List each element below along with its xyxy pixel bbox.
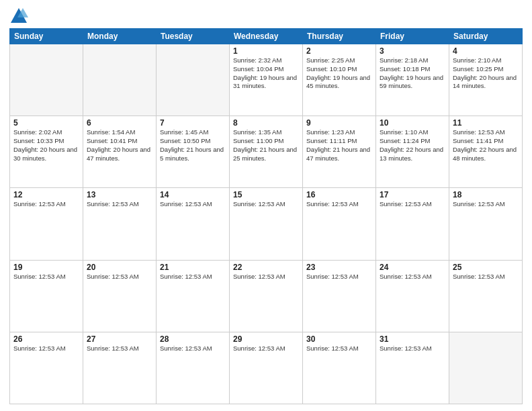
day-cell: 25Sunrise: 12:53 AM: [449, 260, 523, 332]
day-number: 15: [233, 190, 299, 199]
day-info: Sunrise: 12:53 AM: [13, 200, 79, 209]
day-number: 14: [160, 190, 226, 199]
day-cell: 20Sunrise: 12:53 AM: [83, 260, 157, 332]
day-cell: 23Sunrise: 12:53 AM: [303, 260, 376, 332]
day-number: 12: [13, 190, 79, 199]
day-cell: 24Sunrise: 12:53 AM: [376, 260, 449, 332]
calendar-header-row: SundayMondayTuesdayWednesdayThursdayFrid…: [10, 29, 523, 44]
day-number: 13: [87, 190, 152, 199]
day-cell: 13Sunrise: 12:53 AM: [83, 188, 157, 260]
day-cell: 8Sunrise: 1:35 AMSunset: 11:00 PMDayligh…: [230, 116, 303, 188]
day-info: Sunrise: 12:53 AM: [306, 345, 372, 353]
day-number: 2: [306, 46, 372, 56]
day-number: 10: [380, 118, 445, 128]
day-number: 17: [380, 190, 445, 199]
col-header-sunday: Sunday: [10, 29, 83, 44]
header: [9, 7, 523, 26]
day-info: Sunrise: 2:25 AMSunset: 10:10 PMDaylight…: [306, 56, 372, 91]
day-info: Sunrise: 12:53 AM: [87, 273, 152, 281]
week-row-2: 5Sunrise: 2:02 AMSunset: 10:33 PMDayligh…: [10, 116, 523, 188]
day-number: 21: [160, 263, 226, 272]
day-info: Sunrise: 12:53 AM: [160, 273, 226, 281]
day-info: Sunrise: 2:32 AMSunset: 10:04 PMDaylight…: [233, 56, 299, 91]
week-row-5: 26Sunrise: 12:53 AM27Sunrise: 12:53 AM28…: [10, 332, 523, 404]
day-cell: 21Sunrise: 12:53 AM: [157, 260, 230, 332]
day-info: Sunrise: 12:53 AMSunset: 11:41 PMDayligh…: [453, 128, 519, 163]
day-cell: 4Sunrise: 2:10 AMSunset: 10:25 PMDayligh…: [449, 44, 523, 116]
col-header-wednesday: Wednesday: [230, 29, 303, 44]
day-cell: 15Sunrise: 12:53 AM: [230, 188, 303, 260]
day-cell: 10Sunrise: 1:10 AMSunset: 11:24 PMDaylig…: [376, 116, 449, 188]
col-header-friday: Friday: [376, 29, 449, 44]
day-number: 8: [233, 118, 299, 128]
day-info: Sunrise: 12:53 AM: [380, 273, 445, 281]
day-cell: 2Sunrise: 2:25 AMSunset: 10:10 PMDayligh…: [303, 44, 376, 116]
day-info: Sunrise: 1:10 AMSunset: 11:24 PMDaylight…: [380, 128, 445, 163]
day-info: Sunrise: 12:53 AM: [233, 200, 299, 209]
day-cell: 31Sunrise: 12:53 AM: [376, 332, 449, 404]
day-cell: 11Sunrise: 12:53 AMSunset: 11:41 PMDayli…: [449, 116, 523, 188]
day-cell: 27Sunrise: 12:53 AM: [83, 332, 157, 404]
col-header-tuesday: Tuesday: [157, 29, 230, 44]
day-number: 11: [453, 118, 519, 128]
day-cell: 9Sunrise: 1:23 AMSunset: 11:11 PMDayligh…: [303, 116, 376, 188]
day-cell: [83, 44, 157, 116]
col-header-saturday: Saturday: [449, 29, 523, 44]
day-cell: [449, 332, 523, 404]
calendar: SundayMondayTuesdayWednesdayThursdayFrid…: [9, 28, 523, 404]
day-info: Sunrise: 12:53 AM: [13, 345, 79, 353]
day-info: Sunrise: 12:53 AM: [453, 200, 519, 209]
day-number: 28: [160, 334, 226, 344]
day-cell: 26Sunrise: 12:53 AM: [10, 332, 83, 404]
day-number: 25: [453, 263, 519, 272]
logo: [9, 7, 31, 26]
day-cell: 12Sunrise: 12:53 AM: [10, 188, 83, 260]
day-info: Sunrise: 12:53 AM: [380, 200, 445, 209]
day-cell: 1Sunrise: 2:32 AMSunset: 10:04 PMDayligh…: [230, 44, 303, 116]
day-info: Sunrise: 12:53 AM: [13, 273, 79, 281]
day-cell: 14Sunrise: 12:53 AM: [157, 188, 230, 260]
day-cell: 28Sunrise: 12:53 AM: [157, 332, 230, 404]
day-info: Sunrise: 12:53 AM: [453, 273, 519, 281]
week-row-1: 1Sunrise: 2:32 AMSunset: 10:04 PMDayligh…: [10, 44, 523, 116]
day-number: 23: [306, 263, 372, 272]
day-info: Sunrise: 12:53 AM: [160, 345, 226, 353]
day-cell: [157, 44, 230, 116]
day-info: Sunrise: 12:53 AM: [233, 273, 299, 281]
day-info: Sunrise: 12:53 AM: [160, 200, 226, 209]
day-number: 16: [306, 190, 372, 199]
day-number: 7: [160, 118, 226, 128]
day-cell: 16Sunrise: 12:53 AM: [303, 188, 376, 260]
day-cell: 29Sunrise: 12:53 AM: [230, 332, 303, 404]
day-cell: 30Sunrise: 12:53 AM: [303, 332, 376, 404]
day-info: Sunrise: 1:35 AMSunset: 11:00 PMDaylight…: [233, 128, 299, 163]
day-number: 9: [306, 118, 372, 128]
day-number: 29: [233, 334, 299, 344]
col-header-thursday: Thursday: [303, 29, 376, 44]
day-cell: [10, 44, 83, 116]
day-info: Sunrise: 2:02 AMSunset: 10:33 PMDaylight…: [13, 128, 79, 163]
page: SundayMondayTuesdayWednesdayThursdayFrid…: [0, 0, 532, 411]
day-cell: 3Sunrise: 2:18 AMSunset: 10:18 PMDayligh…: [376, 44, 449, 116]
day-info: Sunrise: 12:53 AM: [233, 345, 299, 353]
day-cell: 5Sunrise: 2:02 AMSunset: 10:33 PMDayligh…: [10, 116, 83, 188]
week-row-3: 12Sunrise: 12:53 AM13Sunrise: 12:53 AM14…: [10, 188, 523, 260]
week-row-4: 19Sunrise: 12:53 AM20Sunrise: 12:53 AM21…: [10, 260, 523, 332]
day-number: 3: [380, 46, 445, 56]
day-number: 1: [233, 46, 299, 56]
day-number: 26: [13, 334, 79, 344]
day-number: 27: [87, 334, 152, 344]
day-info: Sunrise: 12:53 AM: [306, 200, 372, 209]
day-number: 6: [87, 118, 152, 128]
day-cell: 18Sunrise: 12:53 AM: [449, 188, 523, 260]
day-number: 24: [380, 263, 445, 272]
day-info: Sunrise: 1:54 AMSunset: 10:41 PMDaylight…: [87, 128, 152, 163]
logo-icon: [9, 7, 28, 26]
day-cell: 19Sunrise: 12:53 AM: [10, 260, 83, 332]
day-number: 30: [306, 334, 372, 344]
day-info: Sunrise: 2:10 AMSunset: 10:25 PMDaylight…: [453, 56, 519, 91]
day-number: 19: [13, 263, 79, 272]
day-cell: 22Sunrise: 12:53 AM: [230, 260, 303, 332]
day-cell: 6Sunrise: 1:54 AMSunset: 10:41 PMDayligh…: [83, 116, 157, 188]
day-info: Sunrise: 12:53 AM: [87, 200, 152, 209]
